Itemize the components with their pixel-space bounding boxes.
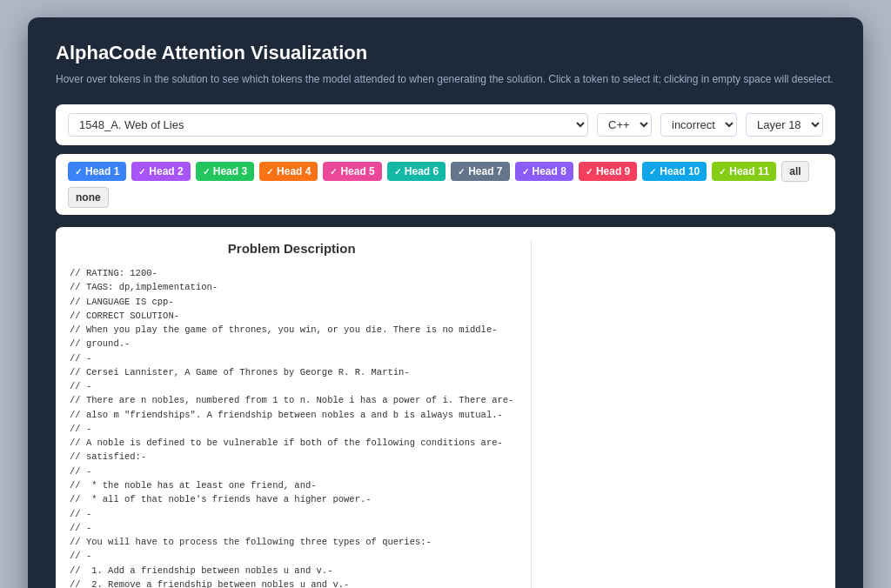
problem-panel: Problem Description // RATING: 1200- // … [70, 241, 513, 588]
app-description: Hover over tokens in the solution to see… [56, 71, 835, 87]
main-container: AlphaCode Attention Visualization Hover … [28, 17, 863, 588]
correctness-selector[interactable]: incorrect [660, 113, 737, 137]
problem-panel-title: Problem Description [70, 241, 513, 256]
language-selector[interactable]: C++ [597, 113, 652, 137]
problem-code: // RATING: 1200- // TAGS: dp,implementat… [70, 266, 513, 588]
head-1-btn[interactable]: ✓ Head 1 [68, 162, 126, 181]
head-7-btn[interactable]: ✓ Head 7 [451, 162, 509, 181]
head-10-btn[interactable]: ✓ Head 10 [642, 162, 707, 181]
head-3-btn[interactable]: ✓ Head 3 [196, 162, 254, 181]
head-4-btn[interactable]: ✓ Head 4 [259, 162, 318, 181]
head-2-btn[interactable]: ✓ Head 2 [131, 162, 190, 181]
panel-divider [531, 241, 532, 588]
content-area: Problem Description // RATING: 1200- // … [56, 227, 835, 588]
head-11-btn[interactable]: ✓ Head 11 [712, 162, 776, 181]
head-9-btn[interactable]: ✓ Head 9 [579, 162, 637, 181]
heads-bar: ✓ Head 1 ✓ Head 2 ✓ Head 3 ✓ Head 4 ✓ He… [56, 154, 835, 215]
head-5-btn[interactable]: ✓ Head 5 [323, 162, 381, 181]
head-6-btn[interactable]: ✓ Head 6 [387, 162, 446, 181]
problem-selector[interactable]: 1548_A. Web of Lies [68, 113, 588, 137]
head-8-btn[interactable]: ✓ Head 8 [515, 162, 573, 181]
all-button[interactable]: all [781, 161, 808, 182]
none-button[interactable]: none [68, 187, 109, 208]
layer-selector[interactable]: Layer 18 [746, 113, 823, 137]
controls-bar: 1548_A. Web of Lies C++ incorrect Layer … [56, 104, 835, 145]
app-title: AlphaCode Attention Visualization [56, 42, 835, 64]
